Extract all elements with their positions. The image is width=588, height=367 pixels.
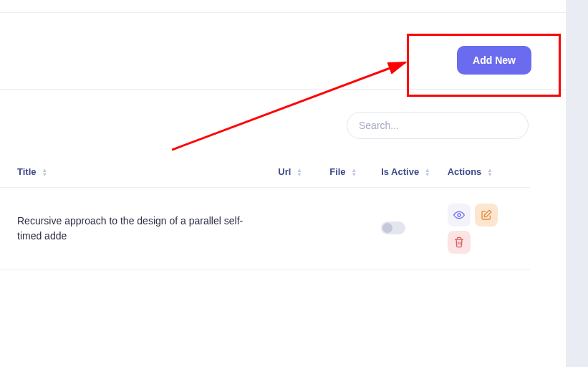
- col-url[interactable]: Url ▲▼: [272, 156, 324, 188]
- table-row: Recursive approach to the design of a pa…: [0, 188, 530, 270]
- action-icons: [448, 204, 512, 254]
- cell-file: [324, 188, 375, 270]
- col-actions[interactable]: Actions ▲▼: [442, 156, 530, 188]
- col-title[interactable]: Title ▲▼: [0, 156, 272, 188]
- col-file[interactable]: File ▲▼: [324, 156, 375, 188]
- cell-is-active: [375, 188, 442, 270]
- col-actions-label: Actions: [448, 166, 482, 177]
- edit-button[interactable]: [475, 204, 498, 227]
- eye-icon: [453, 209, 465, 221]
- view-button[interactable]: [448, 204, 471, 227]
- sort-icon: ▲▼: [297, 168, 302, 177]
- toggle-knob: [382, 223, 392, 233]
- right-gutter: [566, 0, 588, 367]
- data-table: Title ▲▼ Url ▲▼ File ▲▼ Is Active ▲▼ Act…: [0, 156, 530, 270]
- svg-point-0: [458, 214, 461, 216]
- sort-icon: ▲▼: [487, 168, 493, 177]
- col-is-active[interactable]: Is Active ▲▼: [375, 156, 442, 188]
- cell-title: Recursive approach to the design of a pa…: [0, 188, 272, 270]
- search-wrap: [347, 112, 529, 139]
- divider-header: [0, 89, 566, 90]
- trash-icon: [453, 237, 465, 248]
- cell-actions: [442, 188, 530, 270]
- col-url-label: Url: [278, 166, 291, 177]
- cell-url: [272, 188, 324, 270]
- table-header-row: Title ▲▼ Url ▲▼ File ▲▼ Is Active ▲▼ Act…: [0, 156, 530, 188]
- sort-icon: ▲▼: [351, 168, 357, 177]
- search-input[interactable]: [347, 112, 529, 139]
- col-is-active-label: Is Active: [381, 166, 419, 177]
- col-file-label: File: [329, 166, 345, 177]
- pencil-square-icon: [481, 209, 492, 221]
- col-title-label: Title: [17, 166, 37, 177]
- sort-icon: ▲▼: [425, 168, 430, 177]
- add-new-button[interactable]: Add New: [457, 46, 531, 75]
- sort-icon: ▲▼: [42, 168, 47, 177]
- delete-button[interactable]: [448, 231, 471, 254]
- divider-top: [0, 12, 566, 13]
- active-toggle[interactable]: [381, 221, 405, 234]
- page: Add New Title ▲▼ Url ▲▼ File ▲▼ Is: [0, 0, 566, 367]
